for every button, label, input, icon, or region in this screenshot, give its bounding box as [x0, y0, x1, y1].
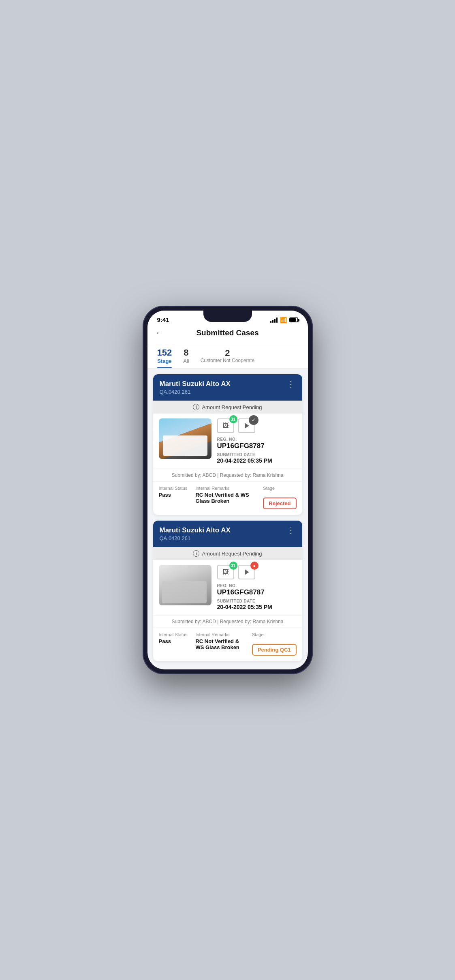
card-2-internal-status: Internal Status Pass: [159, 632, 188, 644]
page-title: Submitted Cases: [170, 328, 285, 337]
card-1-subtitle: QA.0420.261: [160, 389, 231, 395]
card-2-body: 🖼 31 ● REG. NO.: [153, 560, 302, 615]
card-2-submitted-row: Submitted by: ABCD | Requested by: Rama …: [153, 615, 302, 628]
card-1-media-info: 🖼 31 ✓ REG. NO.: [217, 418, 297, 464]
card-2-photo-badge: 31: [229, 562, 237, 570]
phone-screen: 9:41 📶 ← Submitted Cases 15: [147, 311, 308, 669]
signal-bar-2: [272, 320, 273, 323]
header-bar: ← Submitted Cases: [147, 323, 308, 344]
signal-bar-1: [270, 321, 271, 323]
tab-stage-number: 152: [157, 348, 172, 357]
card-2-more-button[interactable]: ⋮: [287, 526, 296, 534]
card-1-date-value: 20-04-2022 05:35 PM: [217, 457, 297, 464]
signal-bar-3: [274, 319, 276, 323]
card-2-photo-icon-box[interactable]: 🖼 31: [217, 565, 234, 579]
status-icons: 📶: [270, 317, 298, 323]
card-1-reg-value: UP16GFG8787: [217, 442, 297, 450]
card-1-body: 🖼 31 ✓ REG. NO.: [153, 414, 302, 469]
wifi-icon: 📶: [280, 317, 287, 323]
card-1-reg-label: REG. NO.: [217, 437, 297, 442]
case-card-2: Maruti Suzuki Alto AX QA.0420.261 ⋮ i Am…: [153, 521, 302, 661]
card-1-status-row: Internal Status Pass Internal Remarks RC…: [153, 481, 302, 515]
card-2-media-info: 🖼 31 ● REG. NO.: [217, 565, 297, 610]
battery-fill: [290, 318, 296, 322]
card-2-video-badge: ●: [250, 562, 258, 570]
phone-frame: 9:41 📶 ← Submitted Cases 15: [143, 306, 313, 674]
info-circle-icon: i: [193, 404, 199, 410]
card-1-remarks-value: RC Not Verified & WS Glass Broken: [195, 492, 255, 504]
card-1-photo-badge: 31: [229, 415, 237, 423]
card-1-car-image: [159, 418, 211, 459]
card-2-int-status-value: Pass: [159, 638, 188, 644]
card-1-header: Maruti Suzuki Alto AX QA.0420.261 ⋮: [153, 374, 302, 401]
tab-not-cooperate[interactable]: 2 Customer Not Cooperate: [201, 349, 254, 368]
battery-icon: [289, 317, 298, 322]
card-2-date-label: SUBMITTED DATE: [217, 599, 297, 603]
card-1-internal-status: Internal Status Pass: [159, 486, 188, 498]
tab-nc-label: Customer Not Cooperate: [201, 358, 254, 364]
notch: [203, 311, 252, 322]
image-icon: 🖼: [222, 422, 229, 429]
car-white-overlay: [163, 435, 207, 456]
signal-bar-4: [276, 317, 278, 323]
card-1-pending-text: Amount Request Pending: [202, 404, 262, 410]
card-2-stage: Stage Pending QC1: [252, 632, 297, 656]
card-1-video-check: ✓: [249, 415, 258, 425]
info-circle-2-icon: i: [193, 550, 199, 557]
card-2-header: Maruti Suzuki Alto AX QA.0420.261 ⋮: [153, 521, 302, 547]
signal-bars-icon: [270, 317, 278, 323]
card-1-int-status-value: Pass: [159, 492, 188, 498]
tab-all-number: 8: [184, 348, 188, 357]
card-1-remarks-label: Internal Remarks: [195, 486, 255, 491]
card-1-date-label: SUBMITTED DATE: [217, 452, 297, 457]
card-1-video-icon-box[interactable]: ✓: [238, 418, 255, 433]
card-2-remarks-value: RC Not Verified & WS Glass Broken: [195, 638, 244, 650]
card-1-submitted-text: Submitted by: ABCD | Requested by: Rama …: [172, 472, 284, 478]
tab-all[interactable]: 8 All: [183, 348, 189, 368]
car-white-overlay-2: [162, 581, 207, 603]
tab-all-label: All: [183, 358, 189, 364]
card-2-submitted-text: Submitted by: ABCD | Requested by: Rama …: [172, 619, 284, 624]
card-2-stage-label: Stage: [252, 632, 297, 637]
card-1-title-group: Maruti Suzuki Alto AX QA.0420.261: [160, 380, 231, 395]
card-1-title: Maruti Suzuki Alto AX: [160, 380, 231, 388]
card-1-int-status-label: Internal Status: [159, 486, 188, 491]
card-2-reg-value: UP16GFG8787: [217, 588, 297, 596]
card-2-status-row: Internal Status Pass Internal Remarks RC…: [153, 628, 302, 661]
card-2-reg-label: REG. NO.: [217, 583, 297, 588]
card-1-submitted-row: Submitted by: ABCD | Requested by: Rama …: [153, 469, 302, 481]
card-2-remarks: Internal Remarks RC Not Verified & WS Gl…: [195, 632, 244, 650]
content-area: Maruti Suzuki Alto AX QA.0420.261 ⋮ i Am…: [147, 369, 308, 669]
card-2-int-status-label: Internal Status: [159, 632, 188, 637]
tabs-bar: 152 Stage 8 All 2 Customer Not Cooperate: [147, 344, 308, 369]
card-1-pending-banner: i Amount Request Pending: [153, 401, 302, 414]
status-time: 9:41: [157, 316, 169, 323]
card-1-stage-badge: Rejected: [263, 498, 296, 509]
card-1-remarks: Internal Remarks RC Not Verified & WS Gl…: [195, 486, 255, 504]
back-button[interactable]: ←: [156, 328, 164, 337]
play-triangle-icon: [245, 423, 249, 429]
card-2-title-group: Maruti Suzuki Alto AX QA.0420.261: [160, 526, 231, 541]
card-2-media-icons: 🖼 31 ●: [217, 565, 297, 579]
card-1-more-button[interactable]: ⋮: [287, 380, 296, 388]
card-2-remarks-label: Internal Remarks: [195, 632, 244, 637]
card-2-subtitle: QA.0420.261: [160, 535, 231, 541]
tab-stage-label: Stage: [157, 358, 171, 364]
play-triangle-2-icon: [245, 569, 249, 575]
card-2-car-image: [159, 565, 211, 605]
card-2-date-value: 20-04-2022 05:35 PM: [217, 604, 297, 610]
card-2-title: Maruti Suzuki Alto AX: [160, 526, 231, 534]
card-2-stage-badge: Pending QC1: [252, 644, 297, 656]
image-2-icon: 🖼: [222, 568, 229, 576]
tab-stage[interactable]: 152 Stage: [157, 348, 172, 368]
status-bar: 9:41 📶: [147, 311, 308, 323]
card-2-pending-banner: i Amount Request Pending: [153, 547, 302, 560]
card-1-media-icons: 🖼 31 ✓: [217, 418, 297, 433]
card-2-video-icon-box[interactable]: ●: [238, 565, 255, 579]
case-card-1: Maruti Suzuki Alto AX QA.0420.261 ⋮ i Am…: [153, 374, 302, 515]
tab-nc-number: 2: [225, 349, 230, 358]
card-2-pending-text: Amount Request Pending: [202, 551, 262, 557]
card-1-stage: Stage Rejected: [263, 486, 296, 509]
card-1-stage-label: Stage: [263, 486, 296, 491]
card-1-photo-icon-box[interactable]: 🖼 31: [217, 418, 234, 433]
